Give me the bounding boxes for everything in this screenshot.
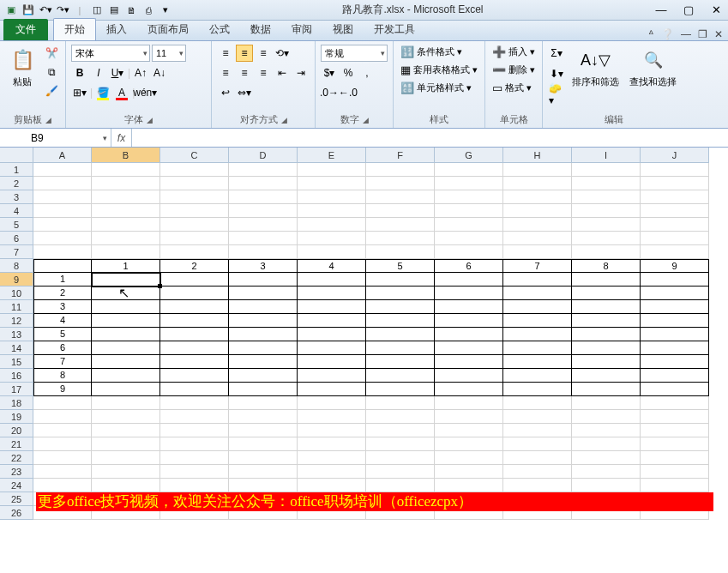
cell-J2[interactable] [641, 177, 709, 190]
cell-F6[interactable] [366, 232, 435, 245]
cell-G7[interactable] [435, 245, 503, 259]
name-box[interactable]: B9 [26, 129, 111, 147]
wrap-text-icon[interactable]: ↩ [217, 84, 234, 101]
cell-styles-button[interactable]: 🔠单元格样式 ▾ [399, 81, 473, 95]
cell-D21[interactable] [229, 437, 298, 451]
cell-D20[interactable] [229, 424, 298, 437]
row-headers[interactable]: 1234567891011121314151617181920212223242… [0, 163, 33, 520]
cell-B16[interactable] [92, 369, 160, 383]
cell-I13[interactable] [572, 328, 641, 341]
cell-H22[interactable] [503, 451, 572, 465]
cell-J5[interactable] [641, 218, 709, 232]
col-header-I[interactable]: I [572, 148, 641, 163]
row-header-10[interactable]: 10 [0, 286, 33, 300]
cell-H4[interactable] [503, 204, 572, 218]
close-button[interactable]: ✕ [707, 3, 725, 16]
cell-G11[interactable] [435, 300, 503, 314]
cell-B19[interactable] [92, 410, 160, 424]
cell-C14[interactable] [160, 341, 229, 355]
cell-I10[interactable] [572, 286, 641, 300]
cell-I14[interactable] [572, 341, 641, 355]
cell-F11[interactable] [366, 300, 435, 314]
cell-D22[interactable] [229, 451, 298, 465]
ribbon-minimize-icon[interactable]: ᐞ [648, 28, 654, 40]
tab-review[interactable]: 审阅 [281, 19, 322, 40]
table-format-button[interactable]: ▦套用表格格式 ▾ [399, 63, 479, 77]
cell-J7[interactable] [641, 245, 709, 259]
cell-J12[interactable] [641, 314, 709, 328]
cell-D2[interactable] [229, 177, 298, 190]
cell-B15[interactable] [92, 355, 160, 369]
row-header-23[interactable]: 23 [0, 465, 33, 479]
cell-H1[interactable] [503, 163, 572, 177]
cell-A23[interactable] [33, 465, 92, 479]
cell-F24[interactable] [366, 479, 435, 492]
cell-E15[interactable] [298, 355, 366, 369]
cell-J3[interactable] [641, 190, 709, 204]
row-header-12[interactable]: 12 [0, 314, 33, 328]
cell-C5[interactable] [160, 218, 229, 232]
find-select-button[interactable]: 🔍 查找和选择 [626, 45, 680, 90]
cell-H9[interactable] [503, 273, 572, 286]
cell-J10[interactable] [641, 286, 709, 300]
border-button[interactable]: ⊞▾ [71, 84, 88, 101]
merge-button[interactable]: ⇔▾ [236, 84, 253, 101]
cell-J14[interactable] [641, 341, 709, 355]
tab-home[interactable]: 开始 [53, 18, 96, 40]
cell-G19[interactable] [435, 410, 503, 424]
row-header-19[interactable]: 19 [0, 410, 33, 424]
cell-E7[interactable] [298, 245, 366, 259]
cell-B21[interactable] [92, 437, 160, 451]
cell-C24[interactable] [160, 479, 229, 492]
row-header-26[interactable]: 26 [0, 506, 33, 520]
cell-D15[interactable] [229, 355, 298, 369]
cell-G14[interactable] [435, 341, 503, 355]
cell-G20[interactable] [435, 424, 503, 437]
cell-G6[interactable] [435, 232, 503, 245]
cell-D14[interactable] [229, 341, 298, 355]
cell-C13[interactable] [160, 328, 229, 341]
font-name-combo[interactable]: 宋体 [71, 45, 150, 62]
cell-D18[interactable] [229, 396, 298, 410]
row-header-16[interactable]: 16 [0, 369, 33, 383]
cell-J13[interactable] [641, 328, 709, 341]
cell-C8[interactable]: 2 [160, 259, 229, 273]
qat-btn-2-icon[interactable]: ▤ [106, 3, 122, 18]
save-icon[interactable]: 💾 [21, 3, 36, 18]
cell-C18[interactable] [160, 396, 229, 410]
cell-G17[interactable] [435, 383, 503, 396]
fx-icon[interactable]: fx [111, 129, 132, 147]
cell-B3[interactable] [92, 190, 160, 204]
cell-C16[interactable] [160, 369, 229, 383]
undo-icon[interactable]: ↶▾ [38, 3, 53, 18]
cell-B17[interactable] [92, 383, 160, 396]
cell-J23[interactable] [641, 465, 709, 479]
doc-close-icon[interactable]: ✕ [714, 28, 723, 40]
cell-I9[interactable] [572, 273, 641, 286]
cell-C4[interactable] [160, 204, 229, 218]
cell-E20[interactable] [298, 424, 366, 437]
align-dialog-icon[interactable]: ◢ [281, 116, 287, 124]
cell-J9[interactable] [641, 273, 709, 286]
cell-J17[interactable] [641, 383, 709, 396]
row-header-2[interactable]: 2 [0, 177, 33, 190]
conditional-format-button[interactable]: 🔢条件格式 ▾ [399, 45, 464, 59]
paste-button[interactable]: 📋 粘贴 [5, 45, 39, 90]
dec-decimal-icon[interactable]: ←.0 [340, 84, 357, 101]
cell-E10[interactable] [298, 286, 366, 300]
cell-A22[interactable] [33, 451, 92, 465]
cell-A17[interactable]: 9 [33, 383, 92, 396]
cell-D12[interactable] [229, 314, 298, 328]
cell-H7[interactable] [503, 245, 572, 259]
cell-H17[interactable] [503, 383, 572, 396]
cell-I11[interactable] [572, 300, 641, 314]
cell-A10[interactable]: 2 [33, 286, 92, 300]
align-center-icon[interactable]: ≡ [236, 64, 253, 81]
font-size-combo[interactable]: 11 [152, 45, 186, 62]
cell-H14[interactable] [503, 341, 572, 355]
cell-A16[interactable]: 8 [33, 369, 92, 383]
cell-I21[interactable] [572, 437, 641, 451]
cell-D19[interactable] [229, 410, 298, 424]
cell-D10[interactable] [229, 286, 298, 300]
cell-B22[interactable] [92, 451, 160, 465]
